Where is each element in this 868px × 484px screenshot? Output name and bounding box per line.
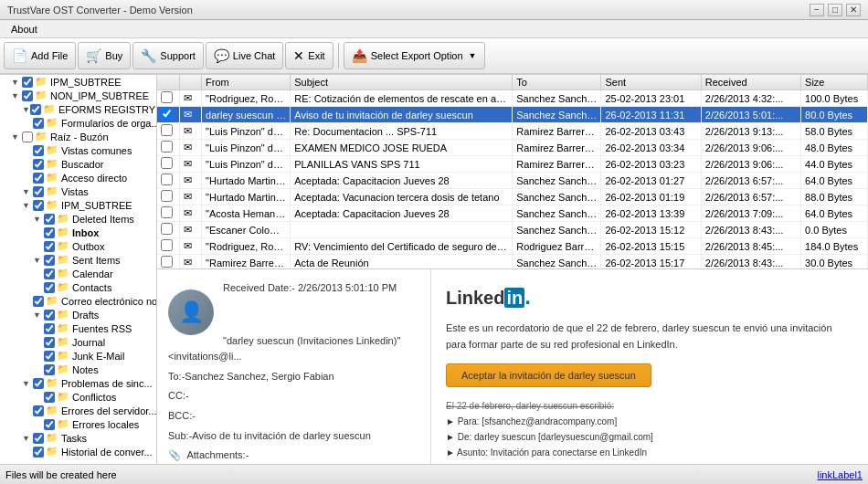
row-checkbox[interactable] — [157, 90, 179, 107]
sidebar-item-fuentes-rss[interactable]: 📁Fuentes RSS — [0, 321, 156, 335]
tree-checkbox[interactable] — [33, 378, 44, 389]
row-checkbox[interactable] — [157, 238, 179, 255]
tree-checkbox[interactable] — [44, 268, 55, 279]
sidebar-item-non-ipm-subtree[interactable]: ▼📁NON_IPM_SUBTREE — [0, 89, 156, 102]
tree-checkbox[interactable] — [22, 132, 33, 142]
maximize-button[interactable]: □ — [828, 4, 842, 16]
sidebar-item-errores-locales[interactable]: 📁Errores locales — [0, 417, 156, 431]
email-list[interactable]: From Subject To Sent Received Size ✉"Rod… — [157, 75, 868, 269]
tree-checkbox[interactable] — [44, 351, 55, 362]
row-checkbox[interactable] — [157, 173, 179, 189]
table-row[interactable]: ✉darley suescun i...Aviso de tu invitaci… — [157, 107, 868, 123]
cell-size: 88.0 Bytes — [801, 189, 868, 205]
tree-checkbox[interactable] — [33, 118, 44, 129]
row-checkbox[interactable] — [157, 156, 179, 173]
tree-checkbox[interactable] — [33, 159, 44, 170]
col-header-subject[interactable]: Subject — [291, 75, 513, 90]
col-header-from[interactable]: From — [202, 75, 291, 90]
table-row[interactable]: ✉"Luis Pinzon" du...EXAMEN MEDICO JOSE R… — [157, 140, 868, 156]
sidebar-item-historial-conver[interactable]: 📁Historial de conver... — [0, 445, 156, 458]
sidebar-item-ipm-subtree2[interactable]: ▼📁IPM_SUBTREE — [0, 198, 156, 212]
tree-checkbox[interactable] — [44, 392, 55, 403]
sidebar-item-journal[interactable]: 📁Journal — [0, 335, 156, 349]
row-checkbox[interactable] — [157, 189, 179, 205]
row-checkbox[interactable] — [157, 222, 179, 238]
table-row[interactable]: ✉"Rodriguez, Roci...RV: Vencimiento del … — [157, 238, 868, 255]
sidebar-item-drafts[interactable]: ▼📁Drafts — [0, 308, 156, 321]
tree-checkbox[interactable] — [33, 433, 44, 444]
tree-checkbox[interactable] — [33, 186, 44, 197]
live-chat-button[interactable]: 💬 Live Chat — [206, 42, 283, 69]
menu-about[interactable]: About — [4, 22, 45, 37]
sidebar-item-calendar[interactable]: 📁Calendar — [0, 267, 156, 280]
row-checkbox[interactable] — [157, 123, 179, 140]
col-header-size[interactable]: Size — [801, 75, 868, 90]
export-button[interactable]: 📤 Select Export Option ▼ — [344, 42, 485, 69]
support-button[interactable]: 🔧 Support — [132, 42, 204, 69]
sidebar-item-junk-email[interactable]: 📁Junk E-Mail — [0, 349, 156, 363]
buy-button[interactable]: 🛒 Buy — [78, 42, 131, 69]
sidebar-item-contacts[interactable]: 📁Contacts — [0, 280, 156, 294]
table-row[interactable]: ✉"Hurtado Martine...Aceptada: Vacunacion… — [157, 189, 868, 205]
sidebar-item-notes[interactable]: 📁Notes — [0, 363, 156, 376]
tree-checkbox[interactable] — [44, 227, 55, 238]
add-file-button[interactable]: 📄 Add File — [4, 42, 76, 69]
sidebar-item-vistas[interactable]: ▼📁Vistas — [0, 184, 156, 198]
table-row[interactable]: ✉"Luis Pinzon" du...Re: Documentacion ..… — [157, 123, 868, 140]
sidebar-item-deleted-items[interactable]: ▼📁Deleted Items — [0, 212, 156, 226]
table-row[interactable]: ✉"Acosta Hemand...Aceptada: Capacitacion… — [157, 205, 868, 222]
sidebar-item-acceso-directo[interactable]: 📁Acceso directo — [0, 171, 156, 184]
sidebar-item-vistas-comunes[interactable]: 📁Vistas comunes — [0, 143, 156, 157]
minimize-button[interactable]: − — [810, 4, 824, 16]
tree-checkbox[interactable] — [44, 241, 55, 252]
sidebar-item-inbox[interactable]: 📁Inbox — [0, 226, 156, 239]
row-checkbox[interactable] — [157, 140, 179, 156]
tree-checkbox[interactable] — [44, 310, 55, 321]
sidebar-item-outbox[interactable]: 📁Outbox — [0, 239, 156, 253]
tree-checkbox[interactable] — [33, 200, 44, 211]
tree-checkbox[interactable] — [44, 255, 55, 266]
exit-button[interactable]: ✕ Exit — [285, 42, 333, 69]
col-header-sent[interactable]: Sent — [601, 75, 701, 90]
sidebar-item-tasks[interactable]: ▼📁Tasks — [0, 431, 156, 445]
sidebar-item-conflictos[interactable]: 📁Conflictos — [0, 390, 156, 404]
table-row[interactable]: ✉"Luis Pinzon" du...PLANILLAS VANS SPS 7… — [157, 156, 868, 173]
sidebar-item-problemas-sinc[interactable]: ▼📁Problemas de sinc... — [0, 376, 156, 390]
row-checkbox[interactable] — [157, 205, 179, 222]
sidebar-item-ipm-subtree[interactable]: ▼📁IPM_SUBTREE — [0, 75, 156, 89]
row-checkbox[interactable] — [157, 255, 179, 270]
table-row[interactable]: ✉"Hurtado Martine...Aceptada: Capacitaci… — [157, 173, 868, 189]
sidebar-item-eforms-registry[interactable]: ▼📁EFORMS REGISTRY — [0, 102, 156, 116]
col-header-icon[interactable] — [179, 75, 201, 90]
sidebar-item-formularios[interactable]: 📁Formularios de orga... — [0, 116, 156, 130]
tree-checkbox[interactable] — [44, 337, 55, 348]
tree-checkbox[interactable] — [33, 405, 44, 416]
tree-checkbox[interactable] — [44, 214, 55, 225]
tree-checkbox[interactable] — [30, 104, 41, 115]
table-row[interactable]: ✉"Ramirez Barrera...Acta de ReuniónSanch… — [157, 255, 868, 270]
tree-checkbox[interactable] — [33, 173, 44, 184]
tree-checkbox[interactable] — [44, 323, 55, 334]
tree-checkbox[interactable] — [44, 419, 55, 430]
tree-checkbox[interactable] — [22, 77, 33, 88]
tree-checkbox[interactable] — [44, 364, 55, 375]
col-header-check[interactable] — [157, 75, 179, 90]
col-header-received[interactable]: Received — [701, 75, 800, 90]
sidebar-item-correo[interactable]: 📁Correo electrónico no... — [0, 294, 156, 308]
tree-checkbox[interactable] — [33, 447, 44, 458]
row-checkbox[interactable] — [157, 107, 179, 123]
status-link[interactable]: linkLabel1 — [817, 469, 863, 480]
tree-checkbox[interactable] — [44, 282, 55, 293]
sidebar-item-errores-servidor[interactable]: 📁Errores del servidor... — [0, 404, 156, 417]
table-row[interactable]: ✉"Escaner Colomb...Sanchez Sanche...26-0… — [157, 222, 868, 238]
sidebar-item-raiz-buzon[interactable]: ▼📁Raíz - Buzón — [0, 130, 156, 143]
accept-invitation-button[interactable]: Aceptar la invitación de darley suescun — [446, 363, 651, 387]
tree-checkbox[interactable] — [33, 296, 44, 307]
sidebar-item-sent-items[interactable]: ▼📁Sent Items — [0, 253, 156, 267]
tree-checkbox[interactable] — [22, 90, 33, 101]
col-header-to[interactable]: To — [513, 75, 601, 90]
table-row[interactable]: ✉"Rodriguez, Roci...RE: Cotización de el… — [157, 90, 868, 107]
close-button[interactable]: ✕ — [846, 4, 861, 16]
tree-checkbox[interactable] — [33, 145, 44, 156]
sidebar-item-buscador[interactable]: 📁Buscador — [0, 157, 156, 171]
